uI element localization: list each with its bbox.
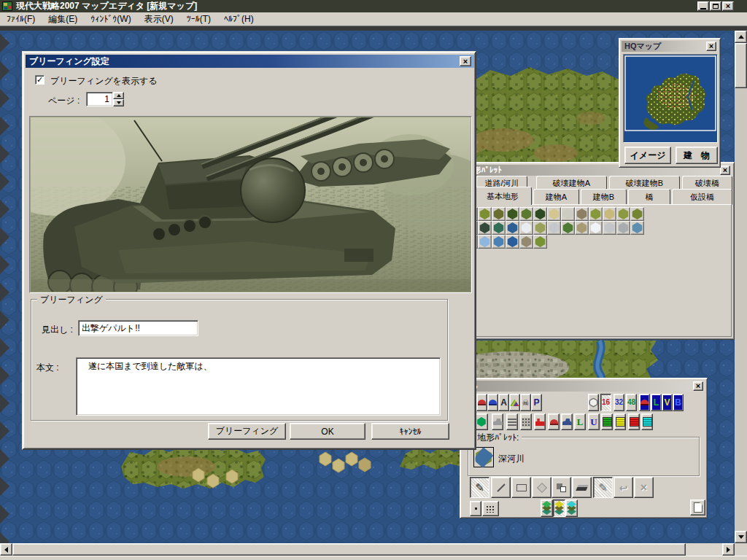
hq-map-titlebar[interactable]: HQマップ [622,41,718,52]
terrain-tile-button[interactable] [506,235,519,249]
tab-destroyed-buildings-a[interactable]: 破壊建物A [536,176,607,190]
tool-cyan-terrain-button[interactable] [641,413,653,430]
tool-vehicle-button[interactable] [561,413,573,430]
horizontal-scroll-thumb[interactable] [12,543,686,556]
tool-skull-button[interactable]: ☠ [520,394,531,411]
tool-red-terrain-button[interactable] [628,413,640,430]
minimize-button[interactable] [697,1,709,11]
terrain-tile-button[interactable] [478,235,492,249]
tool-layers-button[interactable] [506,413,518,430]
tool-red-base-button[interactable] [548,413,560,430]
menu-item-tools[interactable]: ﾂｰﾙ(T) [180,14,217,24]
tool-label-p-button[interactable]: P [531,394,542,411]
hq-building-button[interactable]: 建 物 [676,147,718,164]
tool-layer-stack-yellow-button[interactable] [553,499,565,517]
tool-terrain-height-button[interactable] [509,394,520,411]
terrain-tile-button[interactable] [547,207,561,221]
tool-close-button[interactable]: × [693,381,703,391]
selected-terrain-tile[interactable] [473,447,494,467]
page-spin-down-button[interactable] [113,99,124,106]
terrain-tile-button[interactable] [630,207,644,221]
tab-destroyed-bridges[interactable]: 破壊橋 [682,176,732,190]
terrain-tile-button[interactable] [478,207,492,221]
tool-zoom-32-button[interactable]: 32 [614,394,624,411]
tool-blue-marker-button[interactable] [487,394,498,411]
tool-green-terrain-button[interactable] [601,413,613,430]
tool-unit-v-button[interactable]: V [662,394,673,411]
tab-destroyed-buildings-b[interactable]: 破壊建物B [609,176,680,190]
terrain-tile-button[interactable] [533,207,547,221]
scroll-down-button[interactable] [735,531,747,543]
menu-item-view[interactable]: 表示(V) [138,13,180,26]
tool-unit-b-button[interactable]: B [673,394,684,411]
tab-buildings-a[interactable]: 建物A [533,189,579,205]
tool-label-a-button[interactable]: A [498,394,509,411]
dialog-titlebar[interactable]: ブリーフィング設定 [26,55,474,68]
tool-unit-l-button[interactable]: L [651,394,662,411]
terrain-tile-button[interactable] [492,235,506,249]
hq-minimap[interactable] [623,54,718,143]
tool-red-marker-button[interactable] [476,394,487,411]
tool-fill-button[interactable] [532,477,551,498]
page-number-input[interactable]: 1 [86,92,113,106]
terrain-tile-button[interactable] [589,221,603,235]
terrain-tile-button[interactable] [575,207,589,221]
tool-layer-stack-green-button[interactable] [541,499,553,517]
terrain-tile-button[interactable] [478,221,492,235]
terrain-tile-button[interactable] [506,221,519,235]
tab-temporary-bridges[interactable]: 仮設橋 [672,189,732,205]
menu-item-window[interactable]: ｳｨﾝﾄﾞｳ(W) [84,14,137,24]
page-spin-up-button[interactable] [113,92,124,99]
tool-marker-button[interactable]: ✎ [593,477,613,498]
tool-zoom-16-button[interactable]: 16 [600,394,611,411]
tool-copy-button[interactable] [551,477,571,498]
vertical-scroll-thumb[interactable] [735,43,747,88]
tab-basic-terrain[interactable]: 基本地形 [473,187,532,205]
tool-green-hex-button[interactable] [475,413,488,430]
tool-unit-red-button[interactable] [639,394,650,411]
terrain-tile-button[interactable] [630,221,644,235]
tool-dither-button[interactable] [520,413,532,430]
terrain-tile-button[interactable] [519,207,533,221]
tool-yellow-terrain-button[interactable] [614,413,626,430]
menu-item-help[interactable]: ﾍﾙﾌﾟ(H) [217,14,260,24]
tool-letter-u-button[interactable]: U [588,413,600,430]
tab-buildings-b[interactable]: 建物B [581,189,627,205]
tool-letter-l-button[interactable]: L [574,413,586,430]
horizontal-scrollbar[interactable] [0,543,735,556]
scroll-up-button[interactable] [735,31,747,43]
terrain-tile-button[interactable] [533,221,547,235]
tool-line-button[interactable] [491,477,511,498]
tool-layer-stack-cyan-button[interactable] [565,499,578,517]
tool-factory-button[interactable] [534,413,546,430]
scroll-left-button[interactable] [0,543,12,556]
terrain-palette-close-button[interactable]: × [720,166,730,175]
menu-item-file[interactable]: ﾌｧｲﾙ(F) [0,14,42,24]
ok-button[interactable]: OK [290,423,365,440]
tool-titlebar[interactable]: ﾂｰﾙ [462,381,705,392]
tool-single-dot-button[interactable] [470,501,481,516]
cancel-button[interactable]: ｷｬﾝｾﾙ [371,423,449,440]
scroll-right-button[interactable] [722,543,735,556]
terrain-tile-button[interactable] [603,221,616,235]
terrain-tile-button[interactable] [575,221,589,235]
terrain-tile-button[interactable] [519,221,533,235]
menu-item-edit[interactable]: 編集(E) [42,13,84,26]
terrain-tile-button[interactable] [492,207,506,221]
terrain-tile-button[interactable] [492,221,506,235]
terrain-tile-button[interactable] [603,207,616,221]
terrain-tile-button[interactable] [616,221,630,235]
show-briefing-checkbox[interactable]: ✓ [35,75,44,85]
briefing-button[interactable]: ブリーフィング [208,423,286,440]
restore-button[interactable] [710,1,721,11]
terrain-tile-button[interactable] [506,207,519,221]
terrain-tile-button[interactable] [616,207,630,221]
hq-map-close-button[interactable]: × [706,42,716,51]
tool-undo-button[interactable]: ↩ [614,477,633,498]
terrain-tile-button[interactable] [533,235,547,249]
app-icon[interactable] [2,1,12,11]
terrain-tile-button[interactable] [561,221,575,235]
tab-bridges[interactable]: 橋 [628,189,670,205]
terrain-tile-button[interactable] [547,221,561,235]
tool-multi-dot-button[interactable] [482,501,499,516]
